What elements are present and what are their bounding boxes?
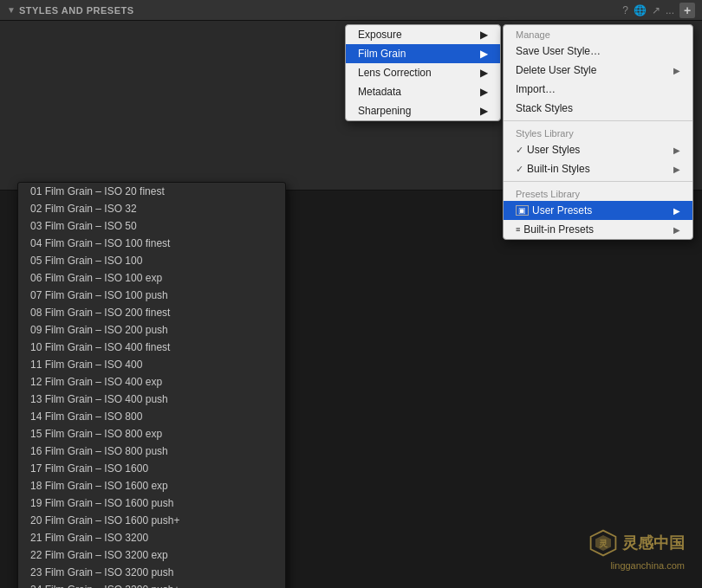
watermark: 灵 灵感中国 lingganchina.com [588, 527, 685, 571]
film-grain-item[interactable]: Film Grain ▶ [346, 44, 500, 63]
preset-item[interactable]: 04 Film Grain – ISO 100 finest [18, 235, 285, 252]
user-styles-item[interactable]: ✓ User Styles ▶ [504, 140, 692, 159]
panel-title-bar: ▼ STYLES AND PRESETS ? 🌐 ↗ ... + [0, 0, 702, 21]
preset-item[interactable]: 22 Film Grain – ISO 3200 exp [18, 546, 285, 564]
lens-correction-item[interactable]: Lens Correction ▶ [346, 63, 500, 82]
main-dropdown-menu: Manage Save User Style… Delete User Styl… [503, 24, 693, 240]
preset-item[interactable]: 01 Film Grain – ISO 20 finest [18, 183, 285, 200]
presets-list: 01 Film Grain – ISO 20 finest02 Film Gra… [17, 182, 286, 588]
plus-button[interactable]: + [679, 3, 695, 18]
arrow-icon: ▶ [480, 105, 488, 117]
arrow-icon: ▶ [673, 225, 680, 235]
preset-item[interactable]: 15 Film Grain – ISO 800 exp [18, 425, 285, 443]
preset-item[interactable]: 13 Film Grain – ISO 400 push [18, 391, 285, 408]
preset-item[interactable]: 18 Film Grain – ISO 1600 exp [18, 477, 285, 494]
preset-item[interactable]: 07 Film Grain – ISO 100 push [18, 287, 285, 304]
watermark-cn-text: 灵感中国 [622, 533, 685, 553]
delete-user-style-item[interactable]: Delete User Style ▶ [504, 61, 692, 80]
panel-title: STYLES AND PRESETS [19, 5, 134, 16]
submenu-level1: Exposure ▶ Film Grain ▶ Lens Correction … [345, 24, 501, 121]
preset-item[interactable]: 09 Film Grain – ISO 200 push [18, 321, 285, 339]
watermark-icon: 灵 [588, 527, 619, 559]
manage-section-label: Manage [504, 25, 692, 42]
built-in-presets-item[interactable]: ≡ Built-in Presets ▶ [504, 220, 692, 239]
watermark-logo: 灵 灵感中国 [588, 527, 685, 559]
slash-icon-2: ✓ [516, 164, 523, 175]
exposure-item[interactable]: Exposure ▶ [346, 25, 500, 44]
arrow-icon: ▶ [480, 48, 488, 60]
divider-2 [504, 181, 692, 182]
panel-title-arrow: ▼ [7, 5, 16, 15]
preset-item[interactable]: 12 Film Grain – ISO 400 exp [18, 373, 285, 391]
arrow-icon: ▶ [673, 206, 680, 216]
svg-text:灵: 灵 [598, 539, 608, 548]
preset-item[interactable]: 19 Film Grain – ISO 1600 push [18, 494, 285, 512]
stack-styles-item[interactable]: Stack Styles [504, 99, 692, 118]
arrow-icon: ▶ [673, 66, 680, 75]
arrow-icon: ▶ [480, 86, 488, 98]
styles-library-label: Styles Library [504, 124, 692, 140]
panel-icons: ? 🌐 ↗ ... + [622, 3, 695, 18]
more-icon[interactable]: ... [666, 4, 674, 16]
arrow-icon: ▶ [480, 67, 488, 79]
arrow-icon: ▶ [673, 145, 680, 155]
arrow-icon[interactable]: ↗ [652, 4, 660, 16]
preset-icon: ▣ [516, 205, 529, 216]
preset-item[interactable]: 10 Film Grain – ISO 400 finest [18, 339, 285, 356]
preset-item[interactable]: 03 Film Grain – ISO 50 [18, 217, 285, 235]
preset-item[interactable]: 05 Film Grain – ISO 100 [18, 252, 285, 269]
presets-library-label: Presets Library [504, 184, 692, 201]
arrow-icon: ▶ [480, 29, 488, 41]
import-item[interactable]: Import… [504, 80, 692, 99]
slash-icon: ✓ [516, 145, 523, 156]
preset-item[interactable]: 20 Film Grain – ISO 1600 push+ [18, 512, 285, 529]
arrow-icon: ▶ [673, 165, 680, 174]
metadata-item[interactable]: Metadata ▶ [346, 82, 500, 101]
divider-1 [504, 120, 692, 121]
built-in-styles-item[interactable]: ✓ Built-in Styles ▶ [504, 159, 692, 178]
preset-icon-2: ≡ [516, 225, 520, 234]
preset-item[interactable]: 24 Film Grain – ISO 3200 push+ [18, 581, 285, 588]
globe-icon[interactable]: 🌐 [634, 4, 647, 16]
save-user-style-item[interactable]: Save User Style… [504, 42, 692, 61]
preset-item[interactable]: 08 Film Grain – ISO 200 finest [18, 304, 285, 321]
sharpening-item[interactable]: Sharpening ▶ [346, 101, 500, 120]
preset-item[interactable]: 02 Film Grain – ISO 32 [18, 200, 285, 217]
user-presets-item[interactable]: ▣ User Presets ▶ [504, 201, 692, 220]
preset-item[interactable]: 21 Film Grain – ISO 3200 [18, 529, 285, 546]
preset-item[interactable]: 06 Film Grain – ISO 100 exp [18, 269, 285, 287]
watermark-url: lingganchina.com [610, 560, 685, 571]
preset-item[interactable]: 16 Film Grain – ISO 800 push [18, 443, 285, 460]
question-icon[interactable]: ? [622, 4, 628, 16]
preset-item[interactable]: 14 Film Grain – ISO 800 [18, 408, 285, 425]
preset-item[interactable]: 23 Film Grain – ISO 3200 push [18, 564, 285, 581]
preset-item[interactable]: 11 Film Grain – ISO 400 [18, 356, 285, 373]
preset-item[interactable]: 17 Film Grain – ISO 1600 [18, 460, 285, 477]
